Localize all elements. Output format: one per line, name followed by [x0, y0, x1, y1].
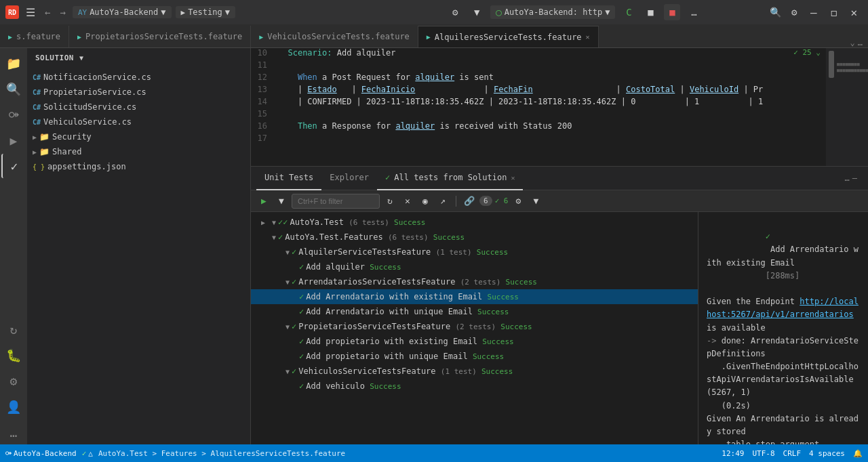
test-item-arrendatarios-feature[interactable]: ▼ ✓ ArrendatariosServiceTestsFeature (2 …	[251, 274, 698, 289]
test-item-arrendatario-unique[interactable]: ✓ Add Arrendatario with unique Email Suc…	[251, 304, 698, 319]
test-item-autoya-features[interactable]: ▼ ✓ AutoYa.Test.Features (6 tests) Succe…	[251, 230, 698, 245]
code-editor: 10 Scenario: Add alquiler ✓ 25 ⌄ 11 12 W…	[251, 48, 868, 167]
test-item-propietario-unique[interactable]: ✓ Add propietario with unique Email Succ…	[251, 349, 698, 364]
run-dropdown-btn[interactable]: ▼	[274, 194, 289, 209]
panel-tab-label-explorer: Explorer	[330, 173, 369, 182]
tab-overflow-btn[interactable]: ⌄	[850, 38, 855, 47]
project-selector[interactable]: AY AutoYa-Backend ▼	[73, 6, 172, 18]
activity-account[interactable]: 👤	[1, 394, 26, 419]
sidebar-item-security[interactable]: ▶ 📁 Security	[27, 129, 250, 144]
tab-more-btn[interactable]: …	[858, 38, 863, 47]
sidebar-item-appsettings[interactable]: { } appsettings.json	[27, 159, 250, 174]
status-indentation[interactable]: 4 spaces	[809, 449, 845, 458]
output-link[interactable]: http://localhost:5267/api/v1/arrendatari…	[707, 297, 859, 319]
test-item-propietarios-feature[interactable]: ▼ ✓ PropietariosServiceTestsFeature (2 t…	[251, 319, 698, 334]
run-config[interactable]: ◯ AutoYa-Backend: http ▼	[490, 5, 615, 19]
line-num-15: 15	[251, 109, 278, 119]
editor-scrollbar[interactable]	[826, 48, 834, 166]
toolbar-icon[interactable]: ⚙	[447, 4, 463, 20]
check-arrendatarios-feature: ✓	[292, 277, 296, 287]
status-encoding[interactable]: UTF-8	[752, 449, 774, 458]
testing-selector[interactable]: ▶ Testing ▼	[176, 6, 235, 18]
panel-tab-close-all[interactable]: ✕	[511, 174, 515, 182]
line-content-13: | Estado | FechaInicio | FechaFin | Cost…	[278, 85, 826, 94]
test-item-add-alquiler[interactable]: ✓ Add alquiler Success	[251, 259, 698, 274]
line-content-14: | CONFIRMED | 2023-11-18T18:18:35.462Z |…	[278, 97, 826, 106]
test-item-propietario-existing[interactable]: ✓ Add propietario with existing Email Su…	[251, 334, 698, 349]
hamburger-menu[interactable]: ☰	[23, 5, 38, 20]
output-done-1b: .GivenTheEndpointHttpLocalhostApiVArrend…	[707, 360, 860, 400]
back-button[interactable]: ←	[42, 5, 53, 19]
run-all-btn[interactable]: ▶	[256, 194, 271, 209]
cancel-btn[interactable]: ✕	[400, 194, 415, 209]
tab-vehiculos[interactable]: ▶ VehiculosServiceTests.feature	[251, 26, 418, 47]
stop-btn[interactable]: ■	[664, 4, 680, 20]
status-checks[interactable]: ✓ △	[82, 449, 93, 458]
code-line-12: 12 When a Post Request for alquiler is s…	[251, 72, 826, 85]
more-btn[interactable]: …	[686, 4, 702, 20]
sidebar-item-notificacion[interactable]: C# NotificacionService.cs	[27, 70, 250, 85]
close-btn[interactable]: ✕	[845, 6, 863, 19]
copilot-btn[interactable]: C	[620, 4, 637, 20]
test-item-add-vehiculo[interactable]: ✓ Add vehiculo Success	[251, 379, 698, 394]
status-right: 12:49 UTF-8 CRLF 4 spaces 🔔	[722, 449, 863, 458]
status-path-text: AutoYa.Test > Features > AlquileresServi…	[98, 449, 345, 458]
sidebar-item-vehiculo[interactable]: C# VehiculoService.cs	[27, 114, 250, 129]
chevron-vehiculos: ▼	[285, 368, 290, 375]
panel-more-btn[interactable]: …	[845, 173, 850, 183]
line-num-12: 12	[251, 72, 278, 82]
test-item-arrendatario-existing[interactable]: ✓ Add Arrendatario with existing Email S…	[251, 289, 698, 304]
group-btn[interactable]: 🔗	[462, 194, 477, 209]
coverage-btn[interactable]: ◉	[418, 194, 433, 209]
activity-explorer[interactable]: 📁	[1, 51, 26, 75]
test-item-alquiler-feature[interactable]: ▼ ✓ AlquilerServiceTestsFeature (1 test)…	[251, 245, 698, 259]
title-bar: RD ☰ ← → AY AutoYa-Backend ▼ ▶ Testing ▼…	[0, 0, 868, 24]
activity-settings[interactable]: ⚙	[1, 369, 26, 393]
refresh-btn[interactable]: ↻	[382, 194, 397, 209]
item-label-shared: Shared	[52, 147, 245, 156]
activity-more2[interactable]: …	[1, 420, 26, 444]
search-btn[interactable]: 🔍	[767, 4, 783, 20]
label-alquiler-feature: AlquilerServiceTestsFeature (1 test) Suc…	[298, 247, 692, 257]
filter-btn[interactable]: ▼	[529, 194, 544, 209]
sidebar-item-shared[interactable]: ▶ 📁 Shared	[27, 144, 250, 159]
activity-testing[interactable]: ✓	[1, 154, 26, 178]
folder-icon-shared: 📁	[39, 147, 50, 156]
status-notifications[interactable]: 🔔	[853, 449, 863, 458]
settings-gear-btn[interactable]: ⚙	[511, 194, 526, 209]
forward-button[interactable]: →	[57, 5, 68, 19]
test-filter-input[interactable]	[292, 194, 380, 209]
status-time[interactable]: 12:49	[722, 449, 744, 458]
sidebar-item-solicitud[interactable]: C# SolicitudService.cs	[27, 100, 250, 114]
tab-close-alq[interactable]: ✕	[586, 33, 590, 41]
output-given-arrendatario: Given An Arrendatario is already stored	[707, 413, 860, 438]
tab-propietarios[interactable]: ▶ PropietariosServiceTests.feature	[69, 26, 251, 47]
label-propietarios-feature: PropietariosServiceTestsFeature (2 tests…	[298, 322, 692, 331]
tab-ts-feature[interactable]: ▶ s.feature	[0, 26, 69, 47]
activity-debug[interactable]: 🐛	[1, 343, 26, 367]
panel-tab-explorer[interactable]: Explorer	[321, 167, 377, 190]
main-layout: 📁 🔍 ⚩ ▶ ✓ ↻ 🐛 ⚙ 👤 … Solution ▼ C# Notifi…	[0, 48, 868, 444]
extensions-btn[interactable]: ■	[642, 4, 658, 20]
settings-btn[interactable]: ⚙	[786, 4, 802, 20]
activity-run[interactable]: ▶	[1, 128, 26, 152]
panel-tab-all-tests[interactable]: ✓ All tests from Solution ✕	[377, 167, 523, 190]
sidebar-item-propietario[interactable]: C# PropietarioService.cs	[27, 85, 250, 100]
dropdown-icon[interactable]: ▼	[469, 4, 485, 20]
tab-alquileres[interactable]: ▶ AlquileresServiceTests.feature ✕	[418, 26, 599, 47]
status-branch[interactable]: ⚩ AutoYa-Backend	[5, 449, 77, 458]
test-item-vehiculos-feature[interactable]: ▼ ✓ VehiculosServiceTestsFeature (1 test…	[251, 364, 698, 379]
test-item-autoya-test[interactable]: ▶ ▼ ✓✓ AutoYa.Test (6 tests) Success	[251, 215, 698, 230]
export-btn[interactable]: ↗	[435, 194, 450, 209]
activity-refresh[interactable]: ↻	[1, 317, 26, 341]
output-time: [288ms]	[766, 271, 800, 280]
activity-git[interactable]: ⚩	[1, 102, 26, 127]
panel-minimize-btn[interactable]: —	[852, 173, 857, 183]
restore-btn[interactable]: ◻	[825, 6, 843, 19]
status-line-ending[interactable]: CRLF	[783, 449, 802, 458]
activity-search[interactable]: 🔍	[1, 77, 26, 101]
encoding-text: UTF-8	[752, 449, 774, 458]
status-left: ⚩ AutoYa-Backend ✓ △	[5, 449, 93, 458]
minimize-btn[interactable]: –	[805, 6, 823, 19]
panel-tab-unit-tests[interactable]: Unit Tests	[256, 167, 321, 190]
